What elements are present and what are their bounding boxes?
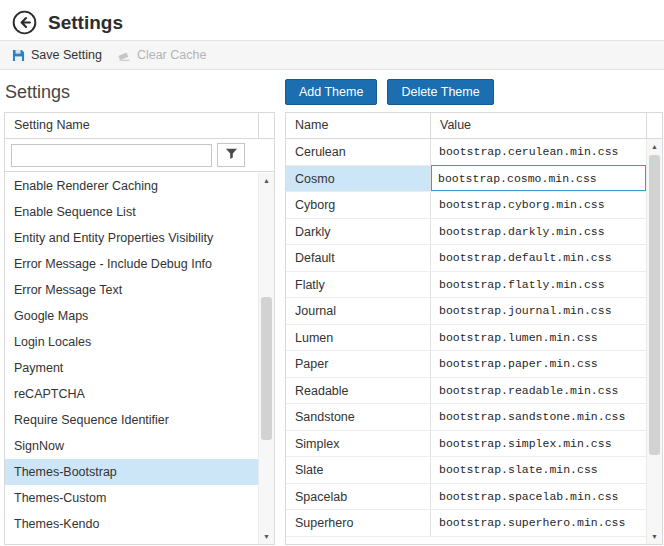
table-row[interactable]: Lumenbootstrap.lumen.min.css bbox=[286, 325, 646, 352]
theme-name-cell[interactable]: Sandstone bbox=[286, 404, 431, 430]
list-item[interactable]: Require Sequence Identifier bbox=[5, 407, 258, 433]
table-row[interactable]: Defaultbootstrap.default.min.css bbox=[286, 245, 646, 272]
filter-button[interactable] bbox=[217, 143, 245, 167]
theme-actions: Add Theme Delete Theme bbox=[285, 79, 494, 105]
clear-cache-label: Clear Cache bbox=[137, 48, 206, 62]
theme-name-cell[interactable]: Journal bbox=[286, 298, 431, 324]
table-row[interactable]: Slatebootstrap.slate.min.css bbox=[286, 457, 646, 484]
theme-value-cell[interactable]: bootstrap.cerulean.min.css bbox=[431, 139, 646, 165]
table-row[interactable]: Journalbootstrap.journal.min.css bbox=[286, 298, 646, 325]
theme-name-cell[interactable]: Lumen bbox=[286, 325, 431, 351]
theme-value-cell[interactable]: bootstrap.lumen.min.css bbox=[431, 325, 646, 351]
save-setting-button[interactable]: Save Setting bbox=[12, 48, 102, 62]
table-row[interactable]: Paperbootstrap.paper.min.css bbox=[286, 351, 646, 378]
themes-rows-wrap: Ceruleanbootstrap.cerulean.min.cssCosmoC… bbox=[286, 139, 662, 544]
theme-value-cell[interactable]: bootstrap.spacelab.min.css bbox=[431, 484, 646, 510]
scroll-up-button[interactable]: ▲ bbox=[259, 173, 274, 188]
setting-name-column-header[interactable]: Setting Name bbox=[5, 113, 258, 138]
header-spacer bbox=[258, 113, 274, 138]
table-row[interactable]: Ceruleanbootstrap.cerulean.min.css bbox=[286, 139, 646, 166]
theme-name-cell[interactable]: Spacelab bbox=[286, 484, 431, 510]
table-row[interactable]: Spacelabbootstrap.spacelab.min.css bbox=[286, 484, 646, 511]
name-column-header[interactable]: Name bbox=[286, 113, 431, 138]
list-item[interactable]: Themes-Kendo bbox=[5, 511, 258, 537]
table-row[interactable]: Superherobootstrap.superhero.min.css bbox=[286, 510, 646, 537]
theme-value-cell[interactable]: bootstrap.cyborg.min.css bbox=[431, 192, 646, 218]
table-row[interactable]: Simplexbootstrap.simplex.min.css bbox=[286, 431, 646, 458]
table-row[interactable]: Cosmo bbox=[286, 166, 646, 193]
theme-name-cell[interactable]: Flatly bbox=[286, 272, 431, 298]
theme-name-cell[interactable]: Cerulean bbox=[286, 139, 431, 165]
back-icon[interactable] bbox=[12, 10, 37, 35]
theme-value-cell[interactable]: bootstrap.superhero.min.css bbox=[431, 510, 646, 536]
settings-grid: Setting Name Enable Renderer CachingEnab… bbox=[4, 112, 275, 545]
list-item[interactable]: Themes-Bootstrap bbox=[5, 459, 258, 485]
settings-list: Enable Renderer CachingEnable Sequence L… bbox=[5, 173, 258, 544]
settings-list-wrap: Enable Renderer CachingEnable Sequence L… bbox=[5, 173, 274, 544]
value-column-header[interactable]: Value bbox=[431, 113, 646, 138]
filter-row bbox=[5, 139, 274, 172]
theme-name-cell[interactable]: Simplex bbox=[286, 431, 431, 457]
theme-value-input[interactable] bbox=[431, 165, 646, 191]
theme-value-cell[interactable]: bootstrap.slate.min.css bbox=[431, 457, 646, 483]
list-item[interactable]: Entity and Entity Properties Visibility bbox=[5, 225, 258, 251]
list-item[interactable]: Error Message Text bbox=[5, 277, 258, 303]
header-spacer bbox=[646, 113, 662, 138]
theme-name-cell[interactable]: Default bbox=[286, 245, 431, 271]
theme-name-cell[interactable]: Cosmo bbox=[286, 166, 431, 192]
table-row[interactable]: Readablebootstrap.readable.min.css bbox=[286, 378, 646, 405]
themes-rows: Ceruleanbootstrap.cerulean.min.cssCosmoC… bbox=[286, 139, 646, 544]
list-item[interactable]: Login Locales bbox=[5, 329, 258, 355]
theme-value-cell[interactable]: bootstrap.readable.min.css bbox=[431, 378, 646, 404]
table-row[interactable]: Flatlybootstrap.flatly.min.css bbox=[286, 272, 646, 299]
add-theme-button[interactable]: Add Theme bbox=[285, 79, 377, 105]
list-item[interactable]: Enable Renderer Caching bbox=[5, 173, 258, 199]
theme-name-cell[interactable]: Cyborg bbox=[286, 192, 431, 218]
clear-cache-button[interactable]: Clear Cache bbox=[118, 48, 206, 62]
settings-grid-header: Setting Name bbox=[5, 113, 274, 139]
theme-value-cell[interactable]: bootstrap.default.min.css bbox=[431, 245, 646, 271]
table-row[interactable]: Sandstonebootstrap.sandstone.min.css bbox=[286, 404, 646, 431]
theme-value-cell[interactable]: bootstrap.sandstone.min.css bbox=[431, 404, 646, 430]
theme-value-cell[interactable]: bootstrap.darkly.min.css bbox=[431, 219, 646, 245]
theme-value-cell[interactable]: bootstrap.flatly.min.css bbox=[431, 272, 646, 298]
list-item[interactable]: Google Maps bbox=[5, 303, 258, 329]
page-header: Settings bbox=[0, 0, 664, 38]
list-item[interactable]: Payment bbox=[5, 355, 258, 381]
list-item[interactable]: SignNow bbox=[5, 433, 258, 459]
list-item[interactable]: Themes-Custom bbox=[5, 485, 258, 511]
theme-value-cell[interactable]: bootstrap.journal.min.css bbox=[431, 298, 646, 324]
theme-name-cell[interactable]: Superhero bbox=[286, 510, 431, 536]
table-row[interactable]: Darklybootstrap.darkly.min.css bbox=[286, 219, 646, 246]
settings-section-heading: Settings bbox=[5, 82, 70, 103]
toolbar: Save Setting Clear Cache bbox=[0, 40, 664, 70]
themes-grid-header: Name Value bbox=[286, 113, 662, 139]
save-setting-label: Save Setting bbox=[31, 48, 102, 62]
delete-theme-button[interactable]: Delete Theme bbox=[387, 79, 493, 105]
scroll-down-button[interactable]: ▼ bbox=[259, 529, 274, 544]
theme-name-cell[interactable]: Readable bbox=[286, 378, 431, 404]
page-title: Settings bbox=[48, 12, 123, 34]
scroll-thumb[interactable] bbox=[649, 155, 660, 455]
theme-name-cell[interactable]: Slate bbox=[286, 457, 431, 483]
clear-cache-icon bbox=[118, 49, 131, 62]
left-scrollbar[interactable]: ▲ ▼ bbox=[258, 173, 274, 544]
theme-name-cell[interactable]: Darkly bbox=[286, 219, 431, 245]
themes-grid: Name Value Ceruleanbootstrap.cerulean.mi… bbox=[285, 112, 663, 545]
scroll-up-button[interactable]: ▲ bbox=[647, 139, 662, 154]
theme-value-cell[interactable]: bootstrap.simplex.min.css bbox=[431, 431, 646, 457]
table-row[interactable]: Cyborgbootstrap.cyborg.min.css bbox=[286, 192, 646, 219]
scroll-thumb[interactable] bbox=[261, 297, 272, 440]
list-item[interactable]: Error Message - Include Debug Info bbox=[5, 251, 258, 277]
list-item[interactable]: reCAPTCHA bbox=[5, 381, 258, 407]
save-icon bbox=[12, 49, 25, 62]
setting-filter-input[interactable] bbox=[11, 144, 212, 167]
list-item[interactable]: Enable Sequence List bbox=[5, 199, 258, 225]
theme-name-cell[interactable]: Paper bbox=[286, 351, 431, 377]
theme-value-cell[interactable] bbox=[431, 166, 646, 192]
right-scrollbar[interactable]: ▲ ▼ bbox=[646, 139, 662, 544]
theme-value-cell[interactable]: bootstrap.paper.min.css bbox=[431, 351, 646, 377]
scroll-down-button[interactable]: ▼ bbox=[647, 529, 662, 544]
scroll-track[interactable] bbox=[259, 188, 274, 529]
scroll-track[interactable] bbox=[647, 154, 662, 529]
